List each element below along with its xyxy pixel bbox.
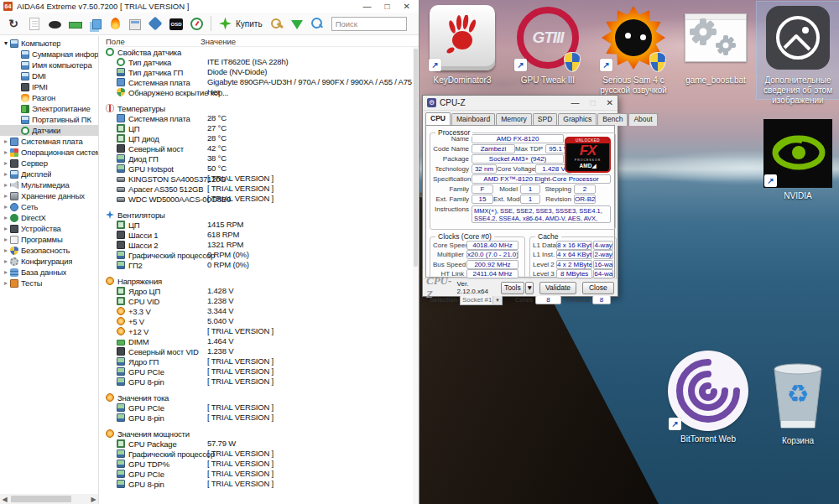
minimize-button[interactable]: — [571,98,580,107]
tab-spd[interactable]: SPD [533,113,557,126]
chevron-closed-icon[interactable]: ▸ [2,236,10,243]
sensor-row[interactable]: GPU PCIe[ TRIAL VERSION ] [106,366,419,377]
sensor-row[interactable]: GPU TDP%[ TRIAL VERSION ] [106,459,419,469]
copy-icon[interactable] [92,19,102,29]
sidebar-item-16[interactable]: ▸DirectX [0,212,98,223]
desktop-icon-spotlight-info[interactable]: Дополнительные сведения об этом изображе… [757,2,839,99]
sidebar-item-20[interactable]: ▸Конфигурация [0,256,98,267]
sensor-row[interactable]: DIMM1.464 V [106,336,419,346]
sidebar-item-1[interactable]: Суммарная информация [0,49,98,60]
chevron-closed-icon[interactable]: ▸ [2,138,10,145]
chevron-closed-icon[interactable]: ▸ [2,181,10,189]
desktop-icon-recycle-bin[interactable]: ♻ Корзина [757,356,839,446]
buy-star-icon[interactable] [219,18,232,30]
sidebar-item-14[interactable]: ▸Хранение данных [0,190,98,201]
desktop-icon-keydominator[interactable]: ↗ KeyDominator3 [421,3,503,86]
chevron-down-icon[interactable]: ▼ [492,295,502,304]
desktop-icon-gpu-tweak[interactable]: GTIII ↗ GPU Tweak III [507,3,589,86]
sensor-row[interactable]: Системная платаGigabyte 890GPA-UD3H / 97… [106,77,419,87]
chevron-open-icon[interactable]: ▾ [2,39,10,47]
chevron-closed-icon[interactable]: ▸ [2,214,10,221]
sensor-row[interactable]: Apacer AS350 512GB[ TRIAL VERSION ] [106,184,419,194]
sidebar-item-6[interactable]: Электропитание [0,103,98,114]
column-header-field[interactable]: Поле [106,37,201,46]
close-button[interactable]: ✕ [404,2,410,11]
remote-icon[interactable] [149,17,163,31]
tree-horizontal-scrollbar[interactable]: ◀ ▶ [0,494,98,504]
schedule-icon[interactable] [129,19,141,30]
sensor-row[interactable]: Диод ГП38 °C [106,153,419,164]
sensor-section-header[interactable]: Температуры [106,103,419,113]
sensor-row[interactable]: KINGSTON SA400S37120G[ TRIAL VERSION ] [106,174,419,184]
video-lens-icon[interactable] [49,21,61,29]
sensor-row[interactable]: Шасси 21321 RPM [106,240,419,250]
sensor-row[interactable]: Графический процессор0 RPM (0%) [106,250,419,260]
validate-button[interactable]: Validate [539,282,576,294]
chevron-closed-icon[interactable]: ▸ [2,170,10,178]
sensor-row[interactable]: Ядро ЦП1.428 V [106,286,419,296]
report-icon[interactable] [29,18,39,30]
tools-button[interactable]: Tools [501,282,524,294]
sensor-row[interactable]: CPU Package57.79 W [106,439,419,449]
sensor-row[interactable]: Тип датчика ГПDiode (NV-Diode) [106,67,419,77]
sensor-row[interactable]: CPU VID1.238 V [106,296,419,306]
sensor-section-header[interactable]: Значения мощности [106,429,419,439]
sidebar-item-19[interactable]: ▸Безопасность [0,245,98,256]
sidebar-item-17[interactable]: ▸Устройства [0,223,98,234]
sensor-row[interactable]: +12 V[ TRIAL VERSION ] [106,326,419,336]
scroll-left-icon[interactable]: ◀ [0,496,9,503]
sensor-row[interactable]: Графический процессор[ TRIAL VERSION ] [106,449,419,459]
chevron-closed-icon[interactable]: ▸ [2,148,10,156]
download-arrow-icon[interactable] [291,20,303,29]
sensor-row[interactable]: Системная плата28 °C [106,113,419,123]
sidebar-item-2[interactable]: Имя компьютера [0,60,98,70]
sidebar-item-7[interactable]: Портативный ПК [0,114,98,125]
column-header-value[interactable]: Значение [201,37,419,46]
desktop-icon-game-boost[interactable]: game_boost.bat [675,3,757,86]
scroll-right-icon[interactable]: ▶ [89,496,98,503]
panel-vertical-scrollbar[interactable] [413,47,419,504]
search-input[interactable] [331,17,407,31]
tab-graphics[interactable]: Graphics [558,113,597,126]
sidebar-item-3[interactable]: DMI [0,70,98,81]
sidebar-item-12[interactable]: ▸Дисплей [0,169,98,179]
sensor-row[interactable]: ГП20 RPM (0%) [106,260,419,270]
burn-in-icon[interactable] [111,18,120,29]
buy-button[interactable]: Купить [236,19,263,29]
chevron-closed-icon[interactable]: ▸ [2,257,10,265]
close-button[interactable]: Close [582,282,614,294]
sensor-row[interactable]: GPU 8-pin[ TRIAL VERSION ] [106,377,419,387]
chevron-closed-icon[interactable]: ▸ [2,225,10,232]
sensor-row[interactable]: Тип датчикаITE IT8620E (ISA 228h) [106,57,419,67]
sensor-row[interactable]: GPU PCIe[ TRIAL VERSION ] [106,469,419,479]
sensor-row[interactable]: ЦП1415 RPM [106,220,419,230]
sidebar-item-8[interactable]: Датчики [0,125,98,136]
chevron-closed-icon[interactable]: ▸ [2,192,10,200]
sensor-section-header[interactable]: Значения тока [106,392,419,403]
sensor-section-header[interactable]: Вентиляторы [106,210,419,220]
sensor-row[interactable]: ЦП27 °C [106,123,419,133]
sidebar-item-13[interactable]: ▸Мультимедиа [0,179,98,190]
maximize-button[interactable]: □ [385,2,390,11]
sensor-row[interactable]: Ядро ГП[ TRIAL VERSION ] [106,356,419,366]
sensor-row[interactable]: ЦП диод28 °C [106,133,419,143]
sidebar-item-10[interactable]: ▸Операционная система [0,147,98,158]
sensor-gauge-icon[interactable] [190,18,203,30]
sidebar-item-5[interactable]: Разгон [0,92,98,103]
sidebar-item-21[interactable]: ▸База данных [0,267,98,278]
sensor-row[interactable]: GPU Hotspot50 °C [106,164,419,174]
search-icon[interactable] [310,17,324,30]
desktop-icon-bittorrent[interactable]: ↗ BitTorrent Web [667,351,749,444]
tools-dropdown-icon[interactable]: ▼ [525,282,534,294]
sensor-row[interactable]: GPU 8-pin[ TRIAL VERSION ] [106,413,419,423]
sensor-row[interactable]: Обнаружено вскрытие кор...Нет [106,87,419,97]
refresh-icon[interactable]: ↻ [7,17,20,30]
tab-bench[interactable]: Bench [597,113,628,126]
tab-mainboard[interactable]: Mainboard [451,113,495,126]
tab-about[interactable]: About [628,113,657,126]
tab-cpu[interactable]: CPU [425,112,451,125]
sensor-row[interactable]: +3.3 V3.344 V [106,306,419,316]
sidebar-item-15[interactable]: ▸Сеть [0,201,98,212]
sensor-row[interactable]: GPU PCIe[ TRIAL VERSION ] [106,403,419,413]
chevron-closed-icon[interactable]: ▸ [2,247,10,254]
